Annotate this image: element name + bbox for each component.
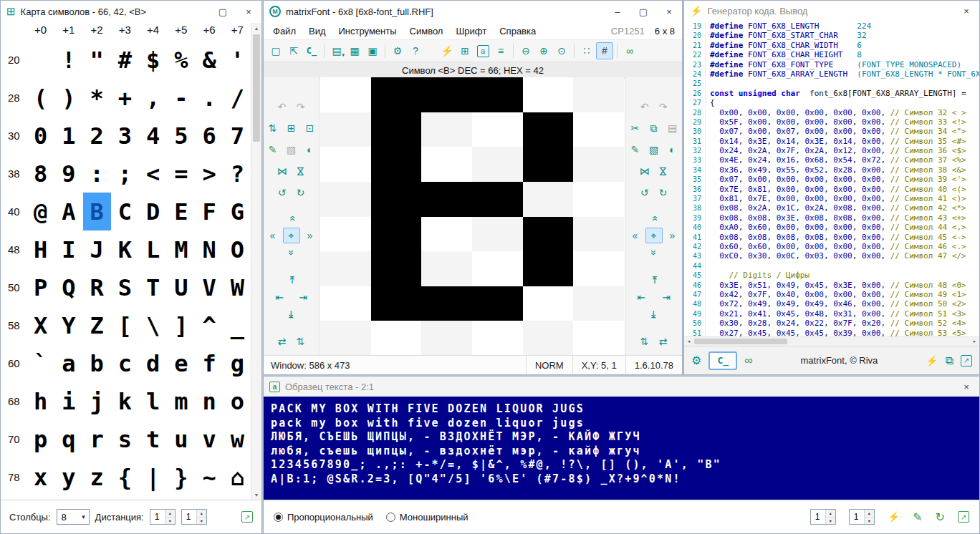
glyph-pixel[interactable] — [573, 147, 624, 182]
shift-left-icon[interactable]: « — [264, 228, 282, 243]
char-cell[interactable]: D — [139, 193, 167, 230]
copy-icon[interactable]: ⧉ — [645, 120, 663, 136]
char-cell[interactable]: & — [196, 41, 224, 79]
char-cell[interactable]: t — [139, 420, 167, 458]
char-cell[interactable]: x — [27, 458, 54, 496]
char-cell[interactable]: ' — [224, 41, 251, 79]
spinner-arrows[interactable]: ▴▾ — [864, 510, 874, 524]
crop-icon[interactable]: ⊞ — [283, 120, 300, 136]
char-cell[interactable]: u — [167, 420, 195, 458]
glyph-pixel[interactable] — [421, 147, 472, 182]
glyph-pixel[interactable] — [320, 321, 371, 356]
char-cell[interactable]: j — [83, 382, 111, 420]
glyph-pixel[interactable] — [421, 321, 472, 356]
glyph-pixel[interactable] — [573, 321, 624, 356]
glyph-pixel[interactable] — [320, 112, 371, 147]
save-menu-icon[interactable]: ▤▾ — [328, 42, 345, 59]
export-icon[interactable]: ↗ — [241, 511, 253, 523]
menu-item-вид[interactable]: Вид — [302, 26, 332, 37]
close-button[interactable]: × — [953, 377, 979, 397]
char-cell[interactable]: K — [111, 230, 139, 268]
center-vertical-icon[interactable]: ⇅ — [292, 334, 309, 349]
code-generator-icon[interactable]: C_ — [303, 42, 320, 59]
glyph-pixel[interactable] — [421, 217, 472, 252]
shift-up-icon[interactable]: » — [646, 210, 662, 227]
glyph-pixel[interactable] — [320, 182, 371, 217]
glyph-pixel[interactable] — [573, 77, 624, 112]
glyph-pixel[interactable] — [472, 112, 523, 147]
char-cell[interactable]: # — [111, 41, 139, 79]
char-cell[interactable]: ⌂ — [224, 458, 251, 496]
open-external-icon[interactable]: ↗ — [961, 355, 972, 366]
char-cell[interactable]: M — [167, 230, 195, 268]
char-cell[interactable]: $ — [139, 41, 167, 79]
char-cell[interactable]: ? — [224, 155, 251, 193]
glyph-pixel[interactable] — [472, 321, 523, 356]
glyph-pixel[interactable] — [371, 147, 422, 182]
char-cell[interactable]: l — [139, 382, 167, 420]
scale-x-spinner[interactable]: 1 ▴▾ — [810, 509, 836, 525]
char-cell[interactable]: > — [196, 155, 224, 193]
glyph-pixel[interactable] — [573, 286, 624, 321]
open-icon[interactable]: ⇱ — [285, 42, 302, 59]
char-cell[interactable]: = — [167, 155, 195, 193]
columns-select[interactable]: 8 ▾ — [57, 509, 90, 525]
char-cell[interactable]: 6 — [196, 117, 224, 155]
menu-item-файл[interactable]: Файл — [266, 26, 302, 37]
settings-icon[interactable]: ⚙ — [389, 42, 406, 59]
char-map-icon[interactable]: ⊞ — [456, 42, 474, 59]
glyph-pixel[interactable] — [523, 286, 574, 321]
snap-bottom-icon[interactable]: ⇥ — [646, 306, 662, 323]
char-cell[interactable]: { — [111, 458, 139, 496]
char-cell[interactable]: " — [83, 41, 111, 79]
char-cell[interactable]: w — [224, 420, 251, 458]
char-cell[interactable]: R — [83, 268, 111, 306]
glyph-pixel[interactable] — [573, 112, 624, 147]
glyph-pixel[interactable] — [523, 147, 574, 182]
char-cell[interactable]: g — [224, 344, 251, 382]
invert-icon[interactable]: ◐ — [302, 142, 319, 157]
glyph-pixel[interactable] — [523, 217, 574, 252]
glyph-pixel[interactable] — [371, 217, 422, 252]
spinner-arrows[interactable]: ▴▾ — [825, 510, 835, 524]
pen-icon[interactable]: ✎ — [913, 510, 922, 524]
spin-up-icon[interactable]: ▴ — [826, 510, 835, 518]
char-cell[interactable]: N — [196, 230, 224, 268]
char-cell[interactable]: d — [139, 344, 167, 382]
char-cell[interactable]: Q — [54, 268, 82, 306]
glyph-pixel[interactable] — [472, 147, 523, 182]
char-cell[interactable]: a — [54, 344, 82, 382]
char-cell[interactable]: o — [224, 382, 251, 420]
spin-up-icon[interactable]: ▴ — [197, 510, 206, 518]
spinner-arrows[interactable]: ▴▾ — [165, 510, 175, 524]
shift-right-icon[interactable]: » — [664, 228, 681, 243]
copy-icon[interactable]: ⧉ — [946, 354, 953, 367]
char-cell[interactable]: V — [196, 268, 224, 306]
char-cell[interactable]: ~ — [196, 458, 224, 496]
glyph-pixel[interactable] — [472, 77, 523, 112]
char-cell[interactable]: r — [83, 420, 111, 458]
glyph-pixel[interactable] — [320, 217, 371, 252]
char-cell[interactable]: 3 — [111, 117, 139, 155]
scale-y-spinner[interactable]: 1 ▴▾ — [849, 509, 875, 525]
char-cell[interactable]: m — [167, 382, 195, 420]
char-cell[interactable]: c — [111, 344, 139, 382]
char-cell[interactable]: [ — [111, 306, 139, 344]
snap-left-icon[interactable]: ⇤ — [633, 289, 650, 305]
glyph-pixel[interactable] — [371, 182, 422, 217]
invert-icon[interactable]: ◐ — [664, 142, 681, 157]
shift-down-icon[interactable]: » — [646, 244, 662, 261]
glyph-pixel[interactable] — [523, 112, 574, 147]
char-cell[interactable]: _ — [224, 306, 251, 344]
resize-icon[interactable]: ⊡ — [302, 120, 319, 136]
char-cell[interactable]: < — [139, 155, 167, 193]
char-cell[interactable]: } — [167, 458, 195, 496]
export-glyph-icon[interactable]: ▧ — [645, 142, 663, 157]
char-cell[interactable]: \ — [139, 306, 167, 344]
monospaced-radio[interactable]: Моноширинный — [386, 512, 469, 523]
move-icon[interactable]: ⌖ — [645, 228, 663, 243]
glyph-pixel[interactable] — [523, 251, 574, 286]
glyph-pixel[interactable] — [421, 112, 472, 147]
close-button[interactable]: × — [236, 1, 261, 22]
link-icon[interactable]: ∞ — [744, 354, 752, 367]
